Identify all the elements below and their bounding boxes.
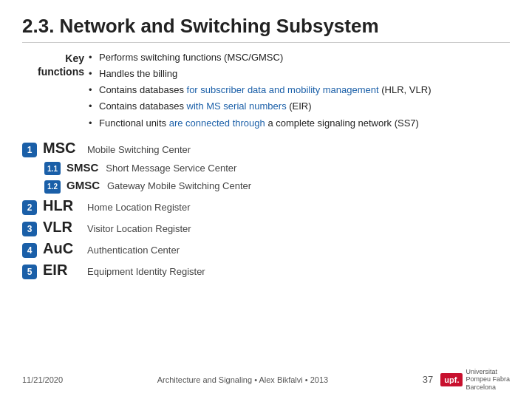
slide-title: 2.3. Network and Switching Subsystem <box>22 15 510 43</box>
bullet-list: Performs switching functions (MSC/GMSC) … <box>89 50 510 132</box>
upf-logo-badge: upf. <box>440 373 463 386</box>
item-row-1-1: 1.1 SMSC Short Message Service Center <box>44 161 510 176</box>
sub-rows-1: 1.1 SMSC Short Message Service Center 1.… <box>44 161 510 194</box>
badge-1-2: 1.2 <box>44 180 61 194</box>
key-functions-label: Keyfunctions <box>22 50 89 132</box>
item-row-3: 3 VLR Visitor Location Register <box>22 219 510 236</box>
badge-5: 5 <box>22 265 37 279</box>
item-row-5: 5 EIR Equipment Identity Register <box>22 262 510 279</box>
bullet-item-4: Contains databases with MS serial number… <box>89 99 510 114</box>
desc-1-2: Gateway Mobile Switching Center <box>107 180 251 191</box>
desc-2: Home Location Register <box>87 202 190 213</box>
bullet-item-3: Contains databases for subscriber data a… <box>89 83 510 98</box>
numbered-items: 1 MSC Mobile Switching Center 1.1 SMSC S… <box>22 140 510 279</box>
bullet-item-5: Functional units are connected through a… <box>89 116 510 131</box>
upf-logo-text: upf. <box>444 375 459 384</box>
bullet-item-1: Performs switching functions (MSC/GMSC) <box>89 50 510 65</box>
badge-1: 1 <box>22 143 37 157</box>
desc-1: Mobile Switching Center <box>87 144 191 155</box>
badge-2: 2 <box>22 200 37 215</box>
bullet-text-4: Contains databases with MS serial number… <box>99 100 312 112</box>
badge-3: 3 <box>22 222 37 236</box>
desc-4: Authentication Center <box>87 245 180 256</box>
footer-course: Architecture and Signaling • Alex Bikfal… <box>63 375 423 384</box>
footer-page: 37 <box>423 374 433 385</box>
bullet-text-2: Handles the billing <box>99 68 177 79</box>
item-row-4: 4 AuC Authentication Center <box>22 240 510 258</box>
acronym-1-1: SMSC <box>66 161 98 174</box>
acronym-3: VLR <box>43 219 80 236</box>
bullet-item-2: Handles the billing <box>89 66 510 81</box>
bullet-text-5: Functional units are connected through a… <box>99 117 419 129</box>
bullet-text-1: Performs switching functions (MSC/GMSC) <box>99 52 283 63</box>
desc-5: Equipment Identity Register <box>87 266 205 277</box>
item-row-1-2: 1.2 GMSC Gateway Mobile Switching Center <box>44 179 510 194</box>
acronym-5: EIR <box>43 262 80 279</box>
acronym-4: AuC <box>43 240 80 257</box>
slide: 2.3. Network and Switching Subsystem Key… <box>0 0 532 399</box>
acronym-2: HLR <box>43 197 80 214</box>
badge-1-1: 1.1 <box>44 162 61 175</box>
footer: 11/21/2020 Architecture and Signaling • … <box>0 368 532 392</box>
item-row-2: 2 HLR Home Location Register <box>22 197 510 215</box>
footer-date: 11/21/2020 <box>22 375 63 384</box>
upf-logo-subtext: UniversitatPompeu FabraBarcelona <box>466 368 510 392</box>
content-area: Keyfunctions Performs switching function… <box>22 50 510 132</box>
badge-4: 4 <box>22 243 37 258</box>
acronym-1-2: GMSC <box>66 179 100 191</box>
desc-1-1: Short Message Service Center <box>106 163 236 174</box>
item-row-1: 1 MSC Mobile Switching Center <box>22 140 510 157</box>
footer-logo: upf. UniversitatPompeu FabraBarcelona <box>440 368 510 392</box>
acronym-1: MSC <box>43 140 80 157</box>
desc-3: Visitor Location Register <box>87 223 191 234</box>
bullet-text-3: Contains databases for subscriber data a… <box>99 84 431 95</box>
